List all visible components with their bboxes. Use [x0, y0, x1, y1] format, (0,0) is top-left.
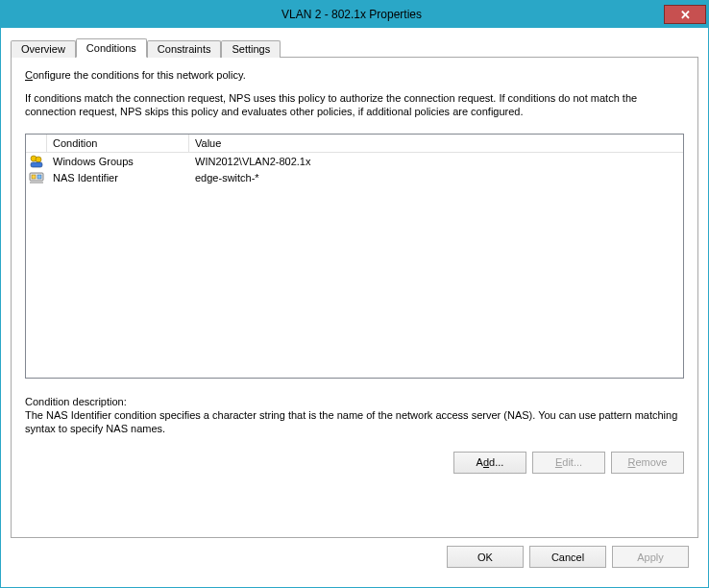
- condition-buttons: Add... Edit... Remove: [25, 452, 684, 474]
- table-row[interactable]: NAS Identifier edge-switch-*: [26, 169, 683, 185]
- header-condition[interactable]: Condition: [47, 135, 189, 152]
- titlebar: VLAN 2 - 802.1x Properties ✕: [1, 1, 708, 28]
- row-condition: NAS Identifier: [47, 172, 189, 184]
- table-row[interactable]: Windows Groups WIN2012\VLAN2-802.1x: [26, 153, 683, 169]
- condition-description: Condition description: The NAS Identifie…: [25, 396, 684, 436]
- description-label: Condition description:: [25, 396, 684, 407]
- tab-panel-conditions: Configure the conditions for this networ…: [11, 57, 698, 538]
- client-area: Overview Conditions Constraints Settings…: [1, 28, 708, 587]
- header-icon-col[interactable]: [26, 135, 47, 152]
- row-value: edge-switch-*: [189, 172, 683, 184]
- configure-line: Configure the conditions for this networ…: [25, 69, 684, 83]
- cancel-button[interactable]: Cancel: [529, 546, 606, 568]
- tab-strip: Overview Conditions Constraints Settings: [11, 36, 698, 57]
- svg-rect-4: [32, 175, 36, 179]
- row-icon: [26, 154, 47, 169]
- nas-icon: [29, 170, 44, 185]
- header-value[interactable]: Value: [189, 135, 683, 152]
- tab-constraints[interactable]: Constraints: [147, 40, 222, 58]
- remove-button: Remove: [611, 452, 684, 474]
- close-icon: ✕: [680, 8, 691, 22]
- list-body: Windows Groups WIN2012\VLAN2-802.1x: [26, 153, 683, 378]
- tab-settings[interactable]: Settings: [221, 40, 281, 58]
- ok-button[interactable]: OK: [447, 546, 524, 568]
- window-title: VLAN 2 - 802.1x Properties: [1, 8, 664, 21]
- add-button[interactable]: Add...: [453, 452, 526, 474]
- group-icon: [29, 154, 44, 169]
- svg-rect-2: [31, 162, 42, 167]
- svg-rect-5: [37, 175, 41, 179]
- conditions-list[interactable]: Condition Value: [25, 134, 684, 379]
- svg-point-1: [36, 157, 41, 162]
- dialog-buttons: OK Cancel Apply: [11, 538, 698, 577]
- tab-overview[interactable]: Overview: [11, 40, 76, 58]
- description-text: The NAS Identifier condition specifies a…: [25, 409, 684, 436]
- svg-rect-6: [30, 182, 43, 184]
- apply-button: Apply: [612, 546, 689, 568]
- row-icon: [26, 170, 47, 185]
- properties-dialog: VLAN 2 - 802.1x Properties ✕ Overview Co…: [0, 0, 709, 588]
- list-header: Condition Value: [26, 135, 683, 153]
- tab-conditions[interactable]: Conditions: [76, 38, 147, 58]
- help-text: If conditions match the connection reque…: [25, 92, 684, 119]
- row-value: WIN2012\VLAN2-802.1x: [189, 156, 683, 167]
- close-button[interactable]: ✕: [664, 5, 706, 24]
- edit-button: Edit...: [532, 452, 605, 474]
- intro-text: Configure the conditions for this networ…: [25, 69, 684, 128]
- row-condition: Windows Groups: [47, 156, 189, 167]
